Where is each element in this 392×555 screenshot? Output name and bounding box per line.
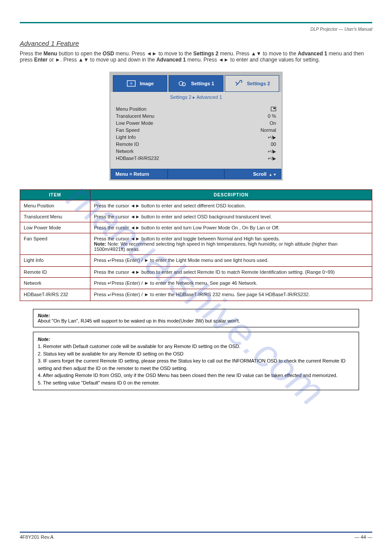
- note1-text: About "On By Lan", RJ45 will support to …: [38, 318, 354, 323]
- image-icon: [126, 79, 136, 88]
- triangle-down-icon: [272, 171, 277, 177]
- tab-settings2-label: Settings 2: [247, 81, 270, 86]
- osd-breadcrumb: Settings 2 ▸ Advanced 1: [111, 92, 281, 103]
- table-row: NetworkPress ↵Press (Enter) / ► to enter…: [20, 277, 372, 289]
- table-row: Fan Speed Press the cursor ◄► button to …: [20, 233, 372, 255]
- osd-row-hdbaset[interactable]: HDBaseT-IR/RS232: [116, 155, 276, 162]
- osd-footer: Menu = Return Scroll: [111, 169, 281, 179]
- tab-image-label: Image: [140, 81, 154, 86]
- settings-description-table: ITEM DESCRIPTION Menu PositionPress the …: [20, 189, 372, 301]
- page-header-text: DLP Projector — User's Manual: [20, 27, 372, 32]
- osd-row-translucent-menu[interactable]: Translucent Menu0 %: [116, 112, 276, 120]
- tab-settings1-label: Settings 1: [191, 81, 214, 86]
- enter-select-icon: [268, 149, 276, 154]
- note2-line: 5. The setting value "Default" means ID …: [38, 379, 354, 387]
- triangle-up-icon: [268, 171, 272, 177]
- gear-icon: [178, 79, 187, 88]
- table-row: Light InfoPress ↵Press (Enter) / ► to en…: [20, 255, 372, 267]
- osd-row-network[interactable]: Network: [116, 148, 276, 155]
- enter-select-icon: [268, 156, 276, 161]
- table-row: HDBaseT-IR/RS 232Press ↵Press (Enter) / …: [20, 289, 372, 301]
- header-rule: [20, 22, 372, 23]
- table-row: Remote IDPress the cursor ◄► button to e…: [20, 266, 372, 277]
- section-nav-instructions: Press the Menu button to open the OSD me…: [20, 51, 372, 63]
- col-description: DESCRIPTION: [90, 190, 372, 200]
- table-row: Menu PositionPress the cursor ◄► button …: [20, 200, 372, 211]
- fan-speed-line1: Press the cursor ◄► button to enter and …: [94, 236, 368, 241]
- tab-settings2[interactable]: Settings 2: [225, 75, 279, 92]
- osd-tabs: Image Settings 1 Settings 2: [111, 73, 281, 92]
- footer-revision: 4F8Y201 Rev.A: [20, 534, 54, 540]
- enter-arrow-icon: ↵: [108, 258, 111, 264]
- osd-item-list: Menu Position Translucent Menu0 % Low Po…: [111, 103, 281, 169]
- enter-select-icon: [268, 134, 276, 140]
- page-footer: 4F8Y201 Rev.A — 44 —: [0, 532, 392, 540]
- enter-arrow-icon: ↵: [108, 292, 111, 298]
- osd-footer-scroll[interactable]: Scroll: [224, 169, 281, 179]
- tab-image[interactable]: Image: [113, 75, 167, 92]
- note2-line: 3. IF users forget the current Remote ID…: [38, 357, 354, 372]
- section-title: Advanced 1 Feature: [20, 40, 372, 47]
- position-icon: [271, 107, 276, 111]
- fan-speed-note: Note: Note: We recommend selecting high …: [94, 241, 368, 252]
- table-row: Translucent MenuPress the cursor ◄► butt…: [20, 211, 372, 222]
- osd-footer-spacer: [168, 169, 225, 179]
- tab-settings1[interactable]: Settings 1: [169, 75, 223, 92]
- table-header-row: ITEM DESCRIPTION: [20, 190, 372, 200]
- osd-row-remote-id[interactable]: Remote ID00: [116, 141, 276, 148]
- osd-row-light-info[interactable]: Light Info: [116, 134, 276, 141]
- osd-row-menu-position[interactable]: Menu Position: [116, 105, 276, 112]
- footer-page-number: — 44 —: [355, 534, 372, 540]
- note2-line: 4. After adjusting Remote ID from OSD, o…: [38, 372, 354, 379]
- osd-panel: Image Settings 1 Settings 2 Settings 2 ▸…: [109, 72, 283, 181]
- osd-row-fan-speed[interactable]: Fan SpeedNormal: [116, 127, 276, 134]
- note2-line: 2. Status key will be available for any …: [38, 350, 354, 358]
- note2-line: 1. Remoter with Default customer code wi…: [38, 343, 354, 350]
- osd-row-low-power-mode[interactable]: Low Power ModeOn: [116, 120, 276, 127]
- wrench-icon: [234, 79, 244, 88]
- osd-footer-return[interactable]: Menu = Return: [111, 169, 168, 179]
- enter-arrow-icon: ↵: [108, 280, 111, 286]
- note-box-1: Note: About "On By Lan", RJ45 will suppo…: [33, 309, 359, 327]
- col-item: ITEM: [20, 190, 90, 200]
- note-box-2: Note: 1. Remoter with Default customer c…: [33, 332, 359, 391]
- svg-point-1: [130, 82, 133, 85]
- table-row: Low Power ModePress the cursor ◄► button…: [20, 222, 372, 233]
